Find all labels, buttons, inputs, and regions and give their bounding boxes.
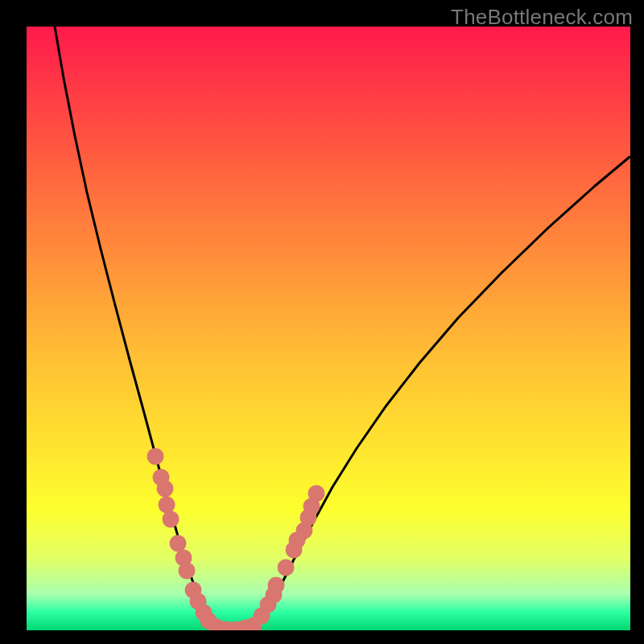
data-dot	[147, 448, 164, 465]
data-dot	[268, 577, 285, 594]
data-dot	[163, 511, 180, 528]
data-dot	[308, 485, 325, 502]
bottleneck-curve	[55, 27, 630, 630]
outer-frame: TheBottleneck.com	[0, 0, 644, 644]
watermark-text: TheBottleneck.com	[451, 5, 633, 30]
data-dot	[157, 481, 174, 497]
data-dot	[278, 559, 295, 576]
chart-svg	[27, 27, 630, 630]
data-dot	[179, 563, 196, 580]
plot-area	[27, 27, 630, 630]
data-dots	[147, 448, 325, 631]
curve-path	[55, 27, 630, 630]
data-dot	[159, 497, 175, 514]
data-dot	[170, 535, 187, 552]
